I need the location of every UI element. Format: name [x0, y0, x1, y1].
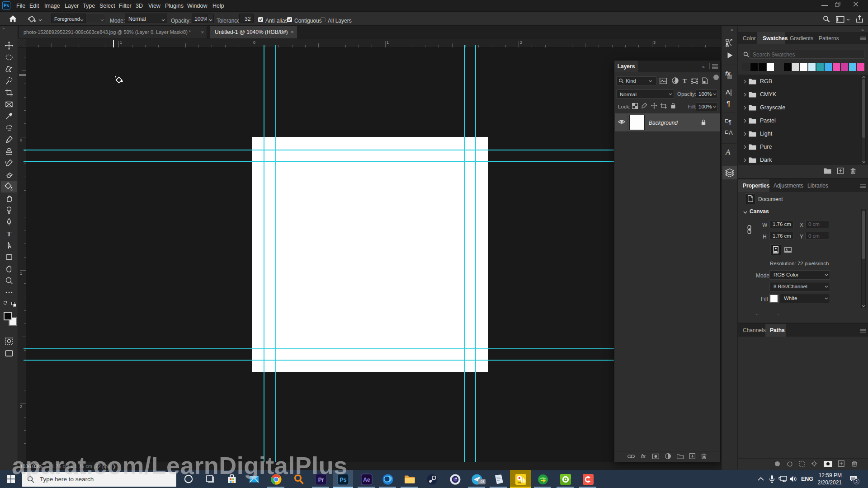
- svg-text:PN: PN: [518, 481, 521, 484]
- svg-text:T: T: [7, 230, 11, 238]
